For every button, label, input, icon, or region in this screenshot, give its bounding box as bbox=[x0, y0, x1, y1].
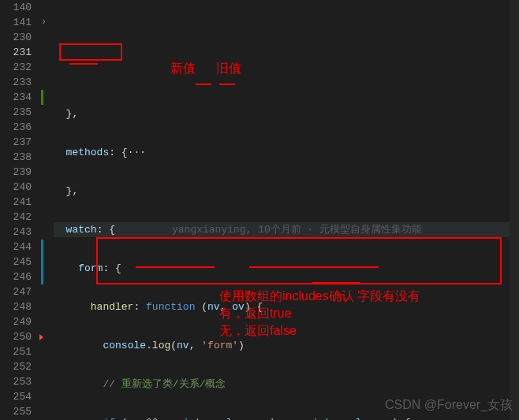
gutter-changed-marker bbox=[41, 255, 43, 269]
minimap[interactable] bbox=[510, 0, 519, 420]
code-line-active[interactable]: watch: {yangxianying, 10个月前 · 元模型自身属性集功能 bbox=[54, 222, 519, 237]
gutter-deleted-marker bbox=[39, 334, 43, 340]
code-content[interactable]: }, methods: {··· }, watch: {yangxianying… bbox=[54, 0, 519, 420]
gutter-changed-marker bbox=[41, 269, 43, 284]
code-line[interactable]: }, bbox=[54, 184, 519, 199]
code-line[interactable]: if (ov && nv.internal_name !== ov.intern… bbox=[54, 415, 519, 420]
git-blame-inline: yangxianying, 10个月前 · 元模型自身属性集功能 bbox=[172, 222, 422, 237]
code-line[interactable]: handler: function (nv, ov) { bbox=[54, 299, 519, 314]
code-line[interactable]: form: { bbox=[54, 261, 519, 276]
folding-column[interactable]: › bbox=[43, 0, 54, 420]
code-line[interactable]: // 重新选了类/关系/概念 bbox=[54, 377, 519, 392]
line-number-gutter: 140 141 230 231 232 233 234 235 236 237 … bbox=[0, 0, 43, 420]
gutter-added-marker bbox=[41, 90, 43, 105]
code-line[interactable]: }, bbox=[54, 106, 519, 121]
code-editor[interactable]: 140 141 230 231 232 233 234 235 236 237 … bbox=[0, 0, 519, 420]
fold-icon[interactable]: › bbox=[41, 15, 47, 30]
gutter-changed-marker bbox=[41, 240, 43, 255]
code-line[interactable]: console.log(nv, 'form') bbox=[54, 338, 519, 353]
code-line[interactable]: methods: {··· bbox=[54, 145, 519, 160]
